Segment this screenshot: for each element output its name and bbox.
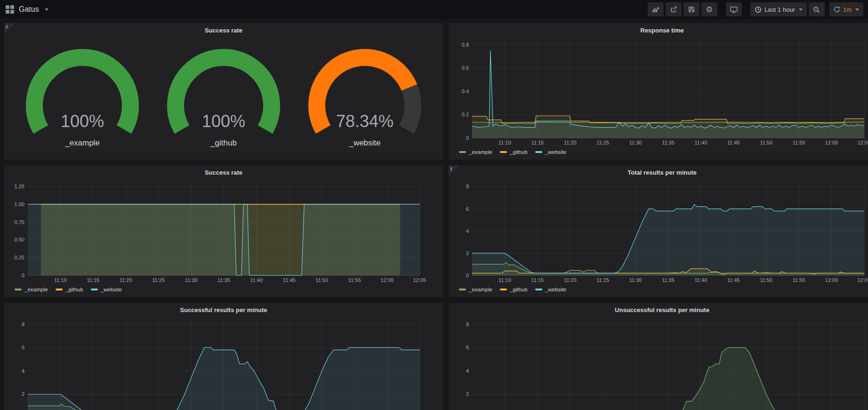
legend-label: _github: [65, 287, 83, 292]
chart-response-time[interactable]: 11:1011:1511:2011:2511:3011:3511:4011:45…: [453, 36, 868, 147]
legend: _example_github_website: [9, 285, 438, 294]
y-tick-label: 0.6: [462, 65, 469, 71]
legend-item-_github[interactable]: _github: [500, 149, 528, 155]
dashboard-title[interactable]: Gatus: [19, 5, 39, 14]
save-icon: [688, 6, 695, 13]
refresh-button[interactable]: 1m: [829, 2, 863, 16]
x-tick-label: 11:20: [120, 277, 132, 283]
legend-item-_example[interactable]: _example: [459, 149, 492, 155]
legend-swatch: [535, 289, 542, 290]
chart-canvas: 11:1011:1511:2011:2511:3011:3511:4011:45…: [453, 178, 868, 285]
panel-response-time: Response time 11:1011:1511:2011:2511:301…: [448, 23, 868, 160]
panel-unsuccessful-results: Unsuccessful results per minute 11:1011:…: [448, 302, 868, 410]
y-tick-label: 4: [22, 368, 24, 374]
x-tick-label: 12:00: [825, 277, 838, 283]
panel-successful-results: Successful results per minute 11:1011:15…: [4, 302, 443, 410]
panel-title[interactable]: Successful results per minute: [9, 305, 438, 316]
legend-label: _github: [510, 287, 528, 292]
monitor-icon: [730, 6, 738, 13]
gauge-value: 78.34%: [336, 112, 394, 131]
legend-swatch: [91, 289, 98, 290]
y-tick-label: 0.8: [462, 42, 469, 48]
series-area-_website: [570, 347, 864, 410]
dashboard-grid-icon[interactable]: [6, 5, 14, 14]
refresh-icon: [834, 6, 840, 13]
info-icon[interactable]: i: [449, 165, 460, 177]
x-tick-label: 11:10: [498, 140, 511, 145]
x-tick-label: 11:55: [793, 140, 805, 145]
share-button[interactable]: [666, 2, 682, 16]
series-line-_example: [472, 122, 864, 123]
gauge-value: 100%: [202, 112, 245, 131]
legend-item-_website[interactable]: _website: [91, 287, 122, 292]
gauge-label: _example: [65, 138, 100, 148]
legend-swatch: [535, 151, 542, 153]
time-range-button[interactable]: Last 1 hour: [750, 2, 807, 16]
y-tick-label: 8: [22, 322, 24, 327]
legend-item-_example[interactable]: _example: [459, 287, 492, 292]
series-area-_website: [28, 347, 420, 410]
legend-item-_example[interactable]: _example: [15, 287, 48, 292]
legend: _example_github_website: [453, 147, 868, 157]
chart-total-results[interactable]: 11:1011:1511:2011:2511:3011:3511:4011:45…: [453, 178, 868, 285]
legend-label: _github: [510, 149, 528, 155]
legend-item-_website[interactable]: _website: [535, 287, 566, 292]
legend-item-_github[interactable]: _github: [500, 287, 528, 292]
panel-title[interactable]: Total results per minute: [453, 167, 868, 178]
x-tick-label: 11:35: [217, 277, 230, 283]
panel-success-rate-gauges: i Success rate 100%_example100%_github78…: [4, 23, 443, 160]
gear-icon: ⚙: [706, 6, 713, 14]
y-tick-label: 6: [466, 206, 469, 212]
legend: _example_github_website: [453, 285, 868, 294]
x-tick-label: 12:05: [857, 140, 868, 145]
info-icon[interactable]: i: [4, 23, 16, 34]
chevron-down-icon[interactable]: [45, 8, 48, 11]
legend-item-_github[interactable]: _github: [56, 287, 83, 292]
chevron-down-icon: [799, 8, 803, 11]
legend-label: _example: [469, 149, 492, 155]
panel-title[interactable]: Response time: [453, 25, 868, 36]
panel-title[interactable]: Unsuccessful results per minute: [453, 305, 868, 316]
panel-title[interactable]: Success rate: [9, 167, 438, 178]
y-tick-label: 8: [466, 184, 469, 189]
x-tick-label: 11:15: [87, 277, 99, 283]
y-tick-label: 2: [466, 391, 469, 397]
chart-unsuccessful-results[interactable]: 11:1011:1511:2011:2511:3011:3511:4011:45…: [453, 316, 868, 410]
chart-success-rate[interactable]: 11:1011:1511:2011:2511:3011:3511:4011:45…: [9, 178, 438, 285]
x-tick-label: 11:40: [695, 140, 707, 145]
tv-mode-button[interactable]: [726, 2, 742, 16]
y-tick-label: 1.00: [15, 201, 24, 207]
y-tick-label: 1.25: [15, 184, 24, 189]
add-panel-button[interactable]: [648, 2, 664, 16]
x-tick-label: 12:05: [857, 277, 868, 283]
y-tick-label: 0.4: [462, 88, 469, 94]
x-tick-label: 12:00: [381, 277, 394, 283]
panel-total-results: i Total results per minute 11:1011:1511:…: [448, 165, 868, 297]
x-tick-label: 11:30: [629, 277, 642, 283]
x-tick-label: 12:05: [413, 277, 426, 283]
share-icon: [670, 6, 677, 13]
chart-canvas: 11:1011:1511:2011:2511:3011:3511:4011:45…: [453, 36, 868, 147]
gauge-label: _website: [349, 138, 380, 148]
y-tick-label: 6: [466, 345, 469, 350]
legend-swatch: [459, 151, 466, 153]
save-button[interactable]: [683, 2, 699, 16]
series-area-_website: [472, 204, 864, 275]
gauge-arc: 100%: [12, 43, 153, 141]
legend-label: _example: [24, 287, 48, 292]
gauge-_github: 100%_github: [153, 43, 294, 148]
clock-icon: [755, 6, 762, 13]
x-tick-label: 11:25: [596, 140, 609, 145]
panel-title[interactable]: Success rate: [9, 25, 438, 36]
y-tick-label: 6: [22, 345, 24, 350]
x-tick-label: 11:15: [531, 140, 544, 145]
legend-swatch: [500, 289, 507, 290]
gauge-row: 100%_example100%_github78.34%_website: [9, 36, 438, 157]
legend-item-_website[interactable]: _website: [535, 149, 566, 155]
x-tick-label: 11:50: [760, 277, 772, 283]
gauge-_example: 100%_example: [12, 43, 153, 148]
zoom-out-button[interactable]: [809, 2, 825, 16]
chart-successful-results[interactable]: 11:1011:1511:2011:2511:3011:3511:4011:45…: [9, 316, 438, 410]
y-tick-label: 4: [466, 368, 469, 374]
settings-button[interactable]: ⚙: [701, 2, 717, 16]
